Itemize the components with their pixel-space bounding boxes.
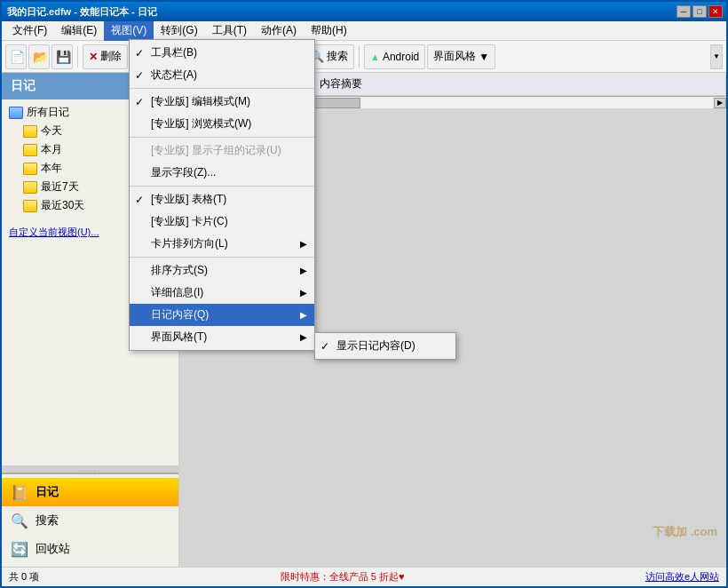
toolbar-sep1 <box>77 46 78 68</box>
menu-edit[interactable]: 编辑(E) <box>54 21 104 41</box>
menu-view[interactable]: 视图(V) <box>104 21 154 41</box>
status-count: 共 0 项 <box>9 570 39 584</box>
menu-tools[interactable]: 工具(T) <box>205 21 254 41</box>
close-button[interactable]: ✕ <box>708 5 723 18</box>
menu-pro-card-item[interactable]: [专业版] 卡片(C) <box>130 211 314 233</box>
diary-content-submenu: ✓ 显示日记内容(D) <box>314 332 456 360</box>
folder-icon <box>23 163 37 175</box>
save-icon: 💾 <box>56 50 71 64</box>
new-doc-icon: 📄 <box>10 50 25 64</box>
submenu-arrow-icon: ▶ <box>300 332 307 342</box>
folder-icon <box>23 200 37 212</box>
menu-diary-content-item[interactable]: 日记内容(Q) ▶ <box>130 304 314 326</box>
search-nav-icon: 🔍 <box>11 512 28 529</box>
scroll-right-arrow[interactable]: ▶ <box>714 98 726 108</box>
submenu-arrow-icon: ▶ <box>300 266 307 275</box>
menu-card-direction-item[interactable]: 卡片排列方向(L) ▶ <box>130 233 314 255</box>
watermark: 下载加 .com <box>653 524 717 540</box>
toolbar-android-button[interactable]: ▲ Android <box>364 44 425 69</box>
window-title: 我的日记.edfw - 效能日记本 - 日记 <box>7 5 157 19</box>
nav-item-search[interactable]: 🔍 搜索 <box>2 506 178 535</box>
menu-toolbar-item[interactable]: ✓ 工具栏(B) <box>130 42 314 64</box>
title-bar: 我的日记.edfw - 效能日记本 - 日记 ─ □ ✕ <box>2 2 726 21</box>
checkmark-icon: ✓ <box>135 69 144 82</box>
toolbar-open-button[interactable]: 📂 <box>28 44 50 69</box>
toolbar-scroll: ▼ <box>710 44 723 69</box>
window-controls: ─ □ ✕ <box>677 5 723 18</box>
menu-details-item[interactable]: 详细信息(I) ▶ <box>130 282 314 304</box>
folder-icon <box>23 125 37 138</box>
nav-item-recycle[interactable]: 🔄 回收站 <box>2 535 178 563</box>
menu-separator <box>130 137 314 138</box>
toolbar: 📄 📂 💾 ✕ 删除 📅 按日期浏览 📁 按组浏览 🔍 搜索 <box>2 41 726 73</box>
status-link[interactable]: 访问高效e人网站 <box>645 570 719 584</box>
submenu-arrow-icon: ▶ <box>300 239 307 249</box>
toolbar-new-button[interactable]: 📄 <box>5 44 27 69</box>
checkmark-icon: ✓ <box>135 47 144 60</box>
checkmark-icon: ✓ <box>135 96 144 108</box>
menu-help[interactable]: 帮助(H) <box>304 21 354 41</box>
toolbar-ui-style-button[interactable]: 界面风格 ▼ <box>427 44 495 69</box>
checkmark-icon: ✓ <box>135 194 144 206</box>
main-window: 我的日记.edfw - 效能日记本 - 日记 ─ □ ✕ 文件(F) 编辑(E)… <box>0 0 728 588</box>
toolbar-sep4 <box>359 46 360 68</box>
submenu-arrow-icon: ▶ <box>300 288 307 298</box>
delete-icon: ✕ <box>89 51 98 63</box>
toolbar-save-button[interactable]: 💾 <box>51 44 73 69</box>
menu-goto[interactable]: 转到(G) <box>154 21 204 41</box>
menu-pro-browse-item[interactable]: [专业版] 浏览模式(W) <box>130 113 314 135</box>
menu-separator <box>130 88 314 89</box>
sidebar-nav: 📔 日记 🔍 搜索 🔄 回收站 <box>2 473 178 567</box>
maximize-button[interactable]: □ <box>692 5 707 18</box>
menu-pro-table-item[interactable]: ✓ [专业版] 表格(T) <box>130 188 314 211</box>
menu-statusbar-item[interactable]: ✓ 状态栏(A) <box>130 64 314 86</box>
status-promo: 限时特惠：全线产品 5 折起♥ <box>281 570 405 584</box>
submenu-arrow-icon: ▶ <box>300 310 307 320</box>
folder-icon <box>23 144 37 156</box>
android-icon: ▲ <box>370 52 380 62</box>
sidebar-resize-handle[interactable]: ...... <box>2 465 178 473</box>
menu-show-fields-item[interactable]: 显示字段(Z)... <box>130 162 314 184</box>
menu-pro-subgroup-item[interactable]: [专业版] 显示子组的记录(U) <box>130 139 314 162</box>
recycle-nav-icon: 🔄 <box>11 540 28 558</box>
folder-blue-icon <box>9 107 23 119</box>
menu-pro-edit-item[interactable]: ✓ [专业版] 编辑模式(M) <box>130 91 314 113</box>
nav-item-diary[interactable]: 📔 日记 <box>2 478 178 506</box>
menu-sort-item[interactable]: 排序方式(S) ▶ <box>130 259 314 282</box>
diary-nav-icon: 📔 <box>11 483 28 501</box>
menu-separator <box>130 186 314 187</box>
folder-icon <box>23 181 37 194</box>
summary-column-header[interactable]: 内容摘要 <box>313 73 726 95</box>
menu-bar: 文件(F) 编辑(E) 视图(V) 转到(G) 工具(T) 动作(A) 帮助(H… <box>2 21 726 41</box>
view-dropdown-menu: ✓ 工具栏(B) ✓ 状态栏(A) ✓ [专业版] 编辑模式(M) [专业版] … <box>129 39 315 351</box>
toolbar-scroll-down[interactable]: ▼ <box>710 44 723 69</box>
toolbar-delete-button[interactable]: ✕ 删除 <box>83 44 128 69</box>
minimize-button[interactable]: ─ <box>677 5 691 18</box>
main-content: 日记 所有日记 今天 本月 <box>2 73 726 567</box>
checkmark-icon: ✓ <box>320 340 329 353</box>
dropdown-arrow-icon: ▼ <box>479 51 489 63</box>
show-diary-content-item[interactable]: ✓ 显示日记内容(D) <box>315 335 455 357</box>
menu-separator <box>130 257 314 258</box>
status-bar: 共 0 项 限时特惠：全线产品 5 折起♥ 访问高效e人网站 <box>2 567 726 586</box>
menu-file[interactable]: 文件(F) <box>5 21 54 41</box>
menu-ui-style-item[interactable]: 界面风格(T) ▶ <box>130 326 314 348</box>
open-icon: 📂 <box>33 50 48 64</box>
menu-actions[interactable]: 动作(A) <box>254 21 304 41</box>
